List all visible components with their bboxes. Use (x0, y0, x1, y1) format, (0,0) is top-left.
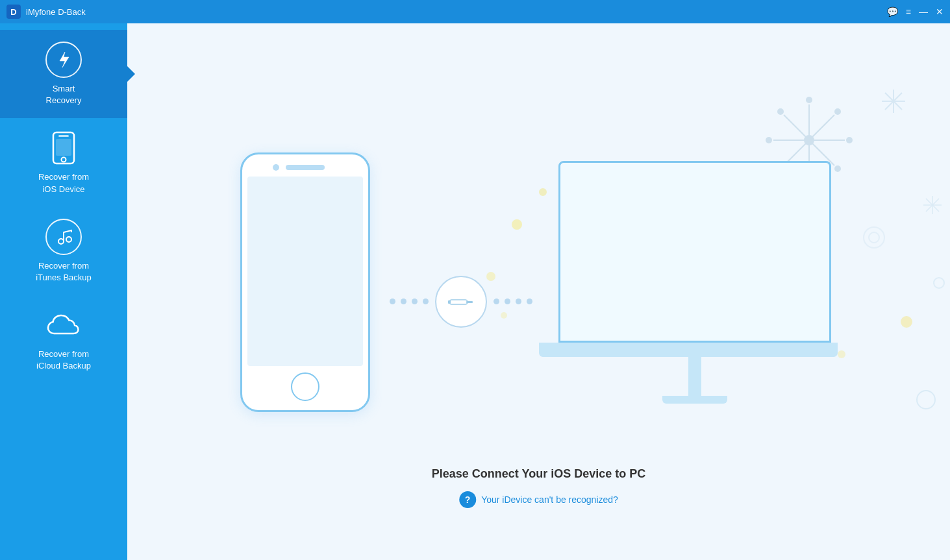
chat-icon[interactable]: 💬 (887, 6, 898, 17)
iphone-illustration (240, 152, 370, 412)
dot-3 (412, 298, 418, 304)
dot-5 (494, 298, 499, 304)
svg-point-41 (917, 391, 935, 409)
svg-point-25 (777, 108, 784, 115)
iphone-speaker (286, 165, 325, 170)
svg-rect-3 (56, 139, 71, 156)
smart-recovery-icon (45, 42, 82, 78)
dots-left (390, 298, 429, 304)
svg-rect-1 (58, 135, 69, 137)
laptop-stand (688, 357, 701, 396)
svg-point-42 (934, 278, 944, 288)
main-layout: SmartRecovery Recover fromiOS Device (0, 23, 950, 560)
svg-point-39 (901, 316, 912, 328)
recover-ios-label: Recover fromiOS Device (38, 171, 89, 195)
help-link[interactable]: ? Your iDevice can't be recognized? (432, 491, 645, 508)
dot-4 (423, 298, 429, 304)
svg-point-4 (58, 239, 64, 244)
app-logo: D (6, 5, 21, 19)
ios-device-icon (45, 130, 82, 166)
svg-line-17 (784, 115, 809, 140)
laptop-foot (662, 396, 727, 404)
connect-prompt: Please Connect Your iOS Device to PC (432, 467, 645, 481)
svg-point-19 (834, 108, 841, 115)
illustration-area (240, 152, 838, 412)
sidebar: SmartRecovery Recover fromiOS Device (0, 23, 127, 560)
svg-point-24 (766, 137, 772, 143)
dots-right (494, 298, 532, 304)
laptop-screen (558, 161, 831, 343)
svg-line-29 (885, 93, 902, 110)
sidebar-item-smart-recovery[interactable]: SmartRecovery (0, 30, 127, 118)
usb-connector-circle (435, 276, 487, 328)
dot-7 (516, 298, 521, 304)
help-icon: ? (459, 491, 476, 508)
sidebar-item-recover-ios[interactable]: Recover fromiOS Device (0, 118, 127, 206)
svg-point-5 (66, 237, 71, 242)
dot-8 (527, 298, 532, 304)
svg-line-33 (926, 199, 939, 212)
svg-point-20 (846, 137, 853, 143)
smart-recovery-label: SmartRecovery (46, 83, 82, 106)
svg-rect-45 (448, 300, 451, 304)
iphone-home-button (291, 372, 319, 401)
svg-point-35 (864, 227, 884, 248)
dot-1 (390, 298, 395, 304)
minimize-button[interactable]: — (919, 6, 928, 17)
svg-point-2 (62, 158, 66, 162)
help-link-text[interactable]: Your iDevice can't be recognized? (481, 494, 618, 505)
svg-line-11 (809, 115, 834, 140)
itunes-icon (45, 219, 82, 255)
svg-point-26 (804, 135, 814, 145)
svg-line-30 (885, 93, 902, 110)
connector-area (390, 276, 532, 328)
recover-itunes-label: Recover fromiTunes Backup (36, 260, 92, 284)
close-button[interactable]: ✕ (936, 6, 944, 17)
iphone-screen (247, 177, 363, 366)
svg-line-34 (926, 199, 939, 212)
app-title: iMyfone D-Back (26, 7, 86, 17)
svg-point-40 (838, 350, 845, 358)
icloud-icon (45, 307, 82, 343)
svg-rect-43 (449, 300, 468, 304)
svg-point-36 (869, 232, 879, 243)
titlebar-controls: 💬 ≡ — ✕ (887, 6, 944, 17)
sidebar-item-recover-itunes[interactable]: Recover fromiTunes Backup (0, 207, 127, 295)
menu-icon[interactable]: ≡ (906, 6, 911, 17)
laptop-illustration (552, 161, 838, 404)
dot-6 (505, 298, 510, 304)
sidebar-item-recover-icloud[interactable]: Recover fromiCloud Backup (0, 295, 127, 383)
dot-2 (401, 298, 406, 304)
titlebar: D iMyfone D-Back 💬 ≡ — ✕ (0, 0, 950, 23)
usb-icon (448, 296, 474, 308)
recover-icloud-label: Recover fromiCloud Backup (36, 348, 91, 372)
main-content: Please Connect Your iOS Device to PC ? Y… (127, 23, 950, 560)
svg-rect-44 (466, 301, 473, 303)
titlebar-left: D iMyfone D-Back (6, 5, 86, 19)
laptop-base (539, 343, 838, 357)
bottom-section: Please Connect Your iOS Device to PC ? Y… (432, 467, 645, 508)
svg-point-18 (806, 97, 812, 103)
